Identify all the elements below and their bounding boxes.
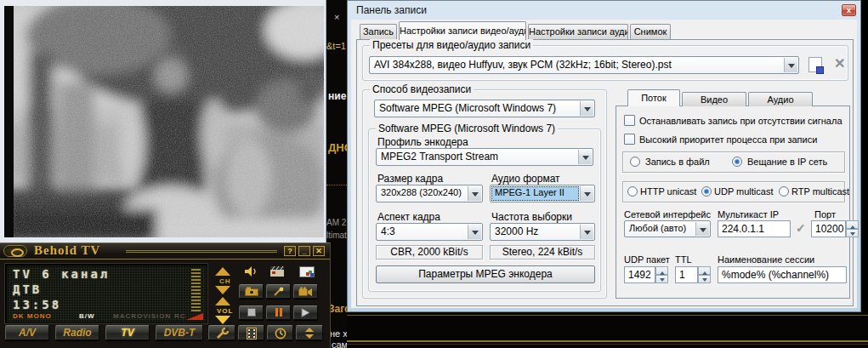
mode-tv-button[interactable]: TV	[105, 325, 150, 340]
tv-video-frame[interactable]	[4, 6, 324, 237]
dialog-content: Запись Настройки записи видео/аудио Наст…	[351, 20, 857, 308]
collapse-panel-button[interactable]	[296, 325, 323, 340]
channel-down-button[interactable]	[215, 286, 230, 294]
spin-down-icon[interactable]	[655, 275, 668, 283]
mode-dvbt-button[interactable]: DVB-T	[156, 325, 203, 340]
mpeg-params-button[interactable]: Параметры MPEG энкодера	[376, 265, 595, 283]
video-record-button[interactable]	[293, 284, 318, 299]
ttl-value[interactable]: 1	[675, 266, 698, 283]
channel-up-button[interactable]	[215, 267, 230, 276]
clapperboard-icon[interactable]	[270, 266, 285, 279]
audio-format-combobox[interactable]: MPEG-1 Layer II	[490, 185, 595, 203]
tab-video[interactable]: Видео	[682, 92, 746, 106]
network-interface-combobox[interactable]: Любой (авто)	[624, 220, 711, 237]
tab-stream[interactable]: Поток	[627, 89, 680, 106]
volume-down-button[interactable]	[215, 316, 230, 324]
audio-bitrate-readout: Stereo, 224 kBit/s	[490, 245, 595, 260]
stop-no-signal-label: Останавливать запись при отсутствии сигн…	[639, 116, 842, 126]
bg-text-fragment: ние	[328, 90, 346, 102]
volume-up-button[interactable]	[215, 297, 230, 305]
network-interface-value: Любой (авто)	[629, 223, 686, 233]
bg-close-icon[interactable]: ×	[334, 12, 339, 22]
port-spinner[interactable]: 10200	[811, 220, 859, 237]
tab-audio-settings[interactable]: Настройки записи аудио	[528, 24, 628, 39]
frame-size-value: 320x288 (320x240)	[381, 187, 462, 197]
mode-av-button[interactable]: A/V	[5, 325, 49, 340]
dropdown-arrow-icon[interactable]	[580, 101, 593, 116]
volume-bargraph	[191, 269, 201, 311]
audio-record-button[interactable]	[266, 284, 291, 299]
record-to-file-radio[interactable]	[630, 157, 640, 167]
udp-packet-spinner[interactable]: 1492	[624, 266, 668, 283]
settings-wrench-button[interactable]	[208, 325, 235, 340]
tv-preview-window[interactable]	[0, 0, 326, 242]
udp-packet-label: UDP пакет	[624, 254, 670, 265]
stop-button[interactable]	[239, 305, 264, 320]
aspect-value: 4:3	[381, 225, 395, 237]
udp-multicast-radio[interactable]	[701, 186, 712, 197]
tab-record[interactable]: Запись	[360, 24, 397, 39]
aspect-combobox[interactable]: 4:3	[376, 223, 483, 241]
preset-combobox[interactable]: AVI 384x288, видео Huffyuv, звук PCM (32…	[369, 56, 799, 74]
mode-radio-button[interactable]: Radio	[55, 325, 99, 340]
port-value[interactable]: 10200	[811, 220, 846, 237]
high-priority-checkbox[interactable]	[624, 134, 635, 145]
dropdown-arrow-icon[interactable]	[580, 186, 593, 201]
led-clock-line: 13:58	[13, 298, 61, 311]
spin-up-icon[interactable]	[698, 266, 711, 275]
delete-preset-icon[interactable]: ✕	[834, 57, 845, 71]
dropdown-arrow-icon[interactable]	[468, 186, 481, 201]
protocol-radio-panel: HTTP unicast UDP multicast RTP multicast	[622, 181, 845, 203]
broadcast-ip-radio[interactable]	[732, 157, 742, 167]
video-method-label: Способ видеозаписи	[370, 83, 474, 95]
mpeg-group-label: Software MPEG (Microsoft Windows 7)	[376, 123, 558, 134]
http-unicast-radio[interactable]	[627, 186, 638, 197]
rtp-multicast-radio[interactable]	[779, 186, 789, 197]
tab-video-audio-settings[interactable]: Настройки записи видео/аудио	[399, 21, 526, 40]
broadcast-ip-label: Вещание в IP сеть	[747, 157, 827, 167]
help-button[interactable]: ?	[284, 246, 296, 256]
dropdown-arrow-icon[interactable]	[468, 225, 481, 239]
sample-rate-combobox[interactable]: 32000 Hz	[490, 223, 595, 241]
tab-page: Пресеты для видео/аудио записи AVI 384x2…	[356, 39, 854, 306]
snapshot-button[interactable]	[239, 284, 264, 299]
dropdown-arrow-icon[interactable]	[578, 150, 592, 164]
multicast-ip-input[interactable]: 224.0.1.1	[718, 220, 791, 237]
tab-audio[interactable]: Аудио	[748, 92, 813, 106]
save-preset-icon[interactable]	[808, 57, 822, 72]
spin-down-icon[interactable]	[698, 275, 711, 283]
tab-snapshot[interactable]: Снимок	[630, 24, 671, 39]
spin-up-icon[interactable]	[655, 266, 668, 275]
record-to-file-label: Запись в файл	[645, 157, 710, 167]
speaker-icon[interactable]	[244, 265, 258, 280]
frame-size-combobox[interactable]: 320x288 (320x240)	[376, 185, 483, 203]
dropdown-arrow-icon[interactable]	[580, 225, 593, 239]
frame-size-label: Размер кадра	[377, 173, 443, 185]
behold-titlebar[interactable]: Behold TV ? _ ✕	[0, 243, 330, 260]
close-button[interactable]: x	[842, 4, 856, 16]
udp-packet-value[interactable]: 1492	[624, 266, 655, 283]
bg-text-fragment: ДНОС	[328, 141, 347, 154]
sample-rate-value: 32000 Hz	[495, 225, 538, 237]
video-method-combobox[interactable]: Software MPEG (Microsoft Windows 7)	[374, 100, 595, 117]
dropdown-arrow-icon[interactable]	[784, 58, 797, 72]
spin-down-icon[interactable]	[846, 229, 859, 237]
minimize-button[interactable]: _	[298, 246, 310, 256]
session-name-input[interactable]: %mode% (%channel%)	[718, 266, 847, 283]
recorded-files-button[interactable]	[238, 325, 264, 340]
spin-up-icon[interactable]	[846, 220, 859, 229]
ttl-spinner[interactable]: 1	[675, 266, 711, 283]
display-mode-icon[interactable]	[299, 266, 315, 280]
pause-button[interactable]	[266, 305, 291, 320]
dropdown-arrow-icon[interactable]	[695, 222, 709, 236]
destination-radio-panel: Запись в файл Вещание в IP сеть	[622, 151, 845, 173]
play-button[interactable]	[293, 305, 318, 320]
titlebar-decoration	[126, 250, 277, 253]
behold-eye-logo-icon[interactable]	[3, 245, 27, 257]
scheduler-clock-button[interactable]	[267, 325, 293, 340]
encoder-profile-combobox[interactable]: MPEG2 Transport Stream	[376, 148, 593, 166]
video-method-value: Software MPEG (Microsoft Windows 7)	[379, 102, 556, 114]
close-button[interactable]: ✕	[313, 246, 325, 256]
noisy-bw-video	[4, 6, 324, 237]
stop-no-signal-checkbox[interactable]	[624, 115, 635, 126]
